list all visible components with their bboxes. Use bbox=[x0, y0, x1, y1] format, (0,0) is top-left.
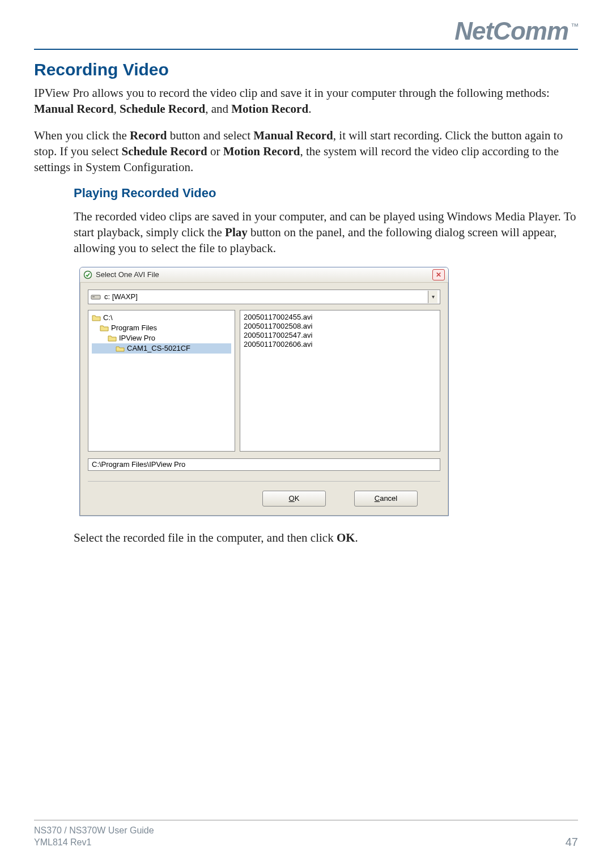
tree-label: IPView Pro bbox=[119, 334, 155, 342]
button-label: ancel bbox=[380, 494, 397, 503]
bold-text: Manual Record bbox=[34, 102, 114, 116]
bold-text: Manual Record bbox=[253, 129, 333, 142]
bold-text: Schedule Record bbox=[122, 144, 207, 158]
subsection-paragraph-2: Select the recorded file in the computer… bbox=[74, 530, 578, 546]
intro-paragraph-2: When you click the Record button and sel… bbox=[34, 127, 578, 176]
folder-tree[interactable]: C:\ Program Files IPView P bbox=[88, 310, 235, 452]
intro-paragraph-1: IPView Pro allows you to record the vide… bbox=[34, 85, 578, 117]
bold-text: OK bbox=[337, 531, 355, 544]
folder-open-icon bbox=[108, 334, 117, 342]
bold-text: Motion Record bbox=[223, 144, 300, 158]
tree-label: C:\ bbox=[103, 313, 113, 322]
svg-rect-2 bbox=[92, 296, 95, 297]
bold-text: Motion Record bbox=[231, 102, 308, 116]
brand-logo: NetComm ™ bbox=[454, 17, 578, 45]
list-item[interactable]: 20050117002606.avi bbox=[244, 340, 436, 349]
file-list[interactable]: 20050117002455.avi 20050117002508.avi 20… bbox=[240, 310, 440, 452]
list-item[interactable]: 20050117002547.avi bbox=[244, 331, 436, 340]
footer-doc-title: NS370 / NS370W User Guide bbox=[34, 825, 154, 837]
page-number: 47 bbox=[566, 836, 578, 849]
bold-text: Schedule Record bbox=[120, 102, 205, 116]
drive-icon bbox=[91, 293, 101, 301]
list-item[interactable]: 20050117002455.avi bbox=[244, 313, 436, 322]
tree-item-cam-folder[interactable]: CAM1_CS-5021CF bbox=[92, 343, 231, 354]
header-bar: NetComm ™ bbox=[34, 17, 578, 50]
subsection-paragraph-1: The recorded video clips are saved in yo… bbox=[74, 209, 578, 257]
text: , bbox=[114, 102, 120, 116]
logo-text: NetComm bbox=[454, 17, 568, 45]
dialog-title: Select One AVI File bbox=[96, 270, 432, 279]
folder-open-icon bbox=[100, 324, 109, 332]
text: When you click the bbox=[34, 129, 130, 142]
trademark-symbol: ™ bbox=[571, 22, 578, 31]
text: or bbox=[207, 144, 223, 158]
text: . bbox=[355, 531, 358, 544]
section-title: Recording Video bbox=[34, 60, 578, 79]
drive-label: c: [WAXP] bbox=[104, 292, 428, 301]
button-mnemonic: O bbox=[289, 494, 295, 503]
dropdown-arrow-icon[interactable]: ▾ bbox=[428, 291, 437, 303]
text: , and bbox=[205, 102, 231, 116]
ok-button[interactable]: OK bbox=[262, 491, 326, 507]
tree-label: CAM1_CS-5021CF bbox=[127, 344, 190, 352]
button-label: K bbox=[295, 494, 300, 503]
page-footer: NS370 / NS370W User Guide YML814 Rev1 47 bbox=[34, 820, 578, 849]
close-icon: ✕ bbox=[436, 271, 441, 279]
tree-label: Program Files bbox=[111, 324, 157, 332]
bold-text: Record bbox=[130, 129, 167, 142]
button-mnemonic: C bbox=[375, 494, 380, 503]
bold-text: Play bbox=[225, 225, 248, 239]
text: Select the recorded file in the computer… bbox=[74, 531, 337, 544]
dialog-titlebar[interactable]: Select One AVI File ✕ bbox=[80, 267, 448, 283]
footer-rev: YML814 Rev1 bbox=[34, 837, 154, 849]
path-input[interactable] bbox=[88, 458, 440, 471]
app-icon bbox=[83, 270, 92, 279]
text: . bbox=[308, 102, 311, 116]
list-item[interactable]: 20050117002508.avi bbox=[244, 322, 436, 331]
file-dialog: Select One AVI File ✕ c: [WAXP] ▾ bbox=[79, 267, 449, 516]
text: button and select bbox=[167, 129, 253, 142]
text: IPView Pro allows you to record the vide… bbox=[34, 86, 550, 100]
close-button[interactable]: ✕ bbox=[432, 269, 445, 280]
folder-open-icon bbox=[92, 314, 101, 322]
subsection-title: Playing Recorded Video bbox=[74, 186, 578, 201]
tree-item-ipview-pro[interactable]: IPView Pro bbox=[92, 333, 231, 343]
tree-item-root[interactable]: C:\ bbox=[92, 313, 231, 323]
tree-item-program-files[interactable]: Program Files bbox=[92, 323, 231, 333]
separator bbox=[88, 481, 440, 482]
drive-selector[interactable]: c: [WAXP] ▾ bbox=[88, 290, 440, 304]
folder-icon bbox=[116, 344, 125, 352]
cancel-button[interactable]: Cancel bbox=[354, 491, 418, 507]
